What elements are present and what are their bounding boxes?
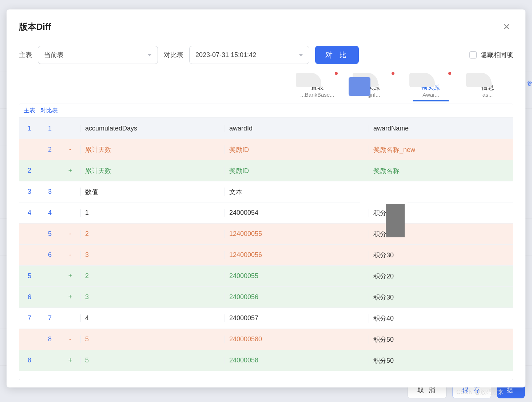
- compare-button[interactable]: 对 比: [315, 46, 359, 64]
- redaction-block: [349, 77, 370, 96]
- col-header-3: awardName: [369, 125, 513, 132]
- table-row: 2 + 累计天数 奖励ID 奖励名称: [19, 160, 513, 181]
- table-row: 6 - 3 124000056 积分30: [19, 244, 513, 265]
- header-compare-label: 对比表: [40, 107, 60, 114]
- notification-dot-icon: [335, 72, 338, 75]
- row-num-right: 3: [40, 188, 60, 196]
- table-row: 8 - 5 240000580 积分50: [19, 329, 513, 350]
- chevron-down-icon: [299, 54, 303, 56]
- version-diff-modal: 版本Diff ✕ 主表 当前表 对比表 2023-07-31 15:01:42 …: [7, 9, 525, 387]
- close-icon[interactable]: ✕: [500, 20, 513, 33]
- table-row: 7 7 4 24000057 积分40: [19, 307, 513, 329]
- diff-sign: +: [60, 357, 80, 364]
- cell-accumulated-days: 累计天数: [80, 145, 225, 154]
- cell-accumulated-days: 2: [80, 230, 225, 238]
- chevron-down-icon: [147, 54, 152, 56]
- diff-sign: -: [60, 146, 80, 153]
- row-num-left: 7: [19, 314, 40, 322]
- notification-dot-icon: [392, 72, 394, 75]
- side-peek-text: 参: [527, 80, 532, 88]
- diff-table: 主表 对比表 1 1 accumulatedDays awardId award…: [19, 104, 513, 380]
- tab-redaction: [409, 73, 435, 87]
- cell-award-id: 文本: [225, 188, 369, 196]
- cell-award-id: 24000056: [225, 293, 369, 301]
- cell-award-name: 积分30: [369, 293, 513, 302]
- row-num-left: 5: [19, 272, 40, 280]
- cell-award-name: 积分40: [369, 314, 513, 323]
- row-num-left: 2: [19, 167, 40, 174]
- row-num-right: 2: [40, 146, 60, 153]
- row-num-right: 6: [40, 251, 60, 259]
- tab-3[interactable]: 信息 as...: [469, 73, 506, 98]
- table-row: 2 - 累计天数 奖励ID 奖励名称_new: [19, 139, 513, 160]
- row-num-right: 7: [40, 314, 60, 322]
- cell-accumulated-days: 4: [80, 314, 225, 322]
- tab-2[interactable]: 领奖励 Awar...: [413, 73, 449, 98]
- cell-award-id: 24000054: [225, 209, 369, 217]
- cell-award-id: 124000055: [225, 230, 369, 238]
- cell-award-id: 124000056: [225, 251, 369, 259]
- cell-award-id: 奖励ID: [225, 166, 369, 175]
- table-row: 3 3 数值 文本 文: [19, 181, 513, 202]
- row-num-left: 6: [19, 293, 40, 301]
- main-table-select[interactable]: 当前表: [38, 46, 158, 64]
- row-num-left: 4: [19, 209, 40, 217]
- modal-header: 版本Diff ✕: [19, 20, 513, 33]
- tab-sublabel: Awar...: [422, 92, 439, 98]
- cell-award-name: 积分50: [369, 335, 513, 344]
- cell-award-name: 奖励名称_new: [369, 145, 513, 154]
- table-row: 8 + 5 24000058 积分50: [19, 350, 513, 371]
- table-header-labels: 主表 对比表: [19, 104, 513, 118]
- tab-sublabel: as...: [483, 92, 493, 98]
- diff-sign: -: [60, 251, 80, 259]
- compare-table-label: 对比表: [164, 51, 183, 59]
- compare-table-value: 2023-07-31 15:01:42: [195, 51, 256, 59]
- header-main-label: 主表: [19, 107, 40, 114]
- header-num-left: 1: [19, 125, 40, 132]
- cell-accumulated-days: 2: [80, 272, 225, 280]
- tab-sublabel: ...BankBase...: [300, 92, 334, 98]
- controls-row: 主表 当前表 对比表 2023-07-31 15:01:42 对 比 隐藏相同项: [19, 46, 513, 64]
- cell-accumulated-days: 数值: [80, 188, 225, 196]
- table-row: 6 + 3 24000056 积分30: [19, 286, 513, 307]
- col-header-2: awardId: [225, 125, 369, 132]
- row-num-left: 3: [19, 188, 40, 196]
- tab-redaction: [466, 73, 492, 87]
- notification-dot-icon: [448, 72, 451, 75]
- cell-award-id: 奖励ID: [225, 145, 369, 154]
- table-row: 5 - 2 124000055 积分20: [19, 223, 513, 244]
- cell-accumulated-days: 5: [80, 357, 225, 364]
- cell-award-id: 24000055: [225, 272, 369, 280]
- main-table-label: 主表: [19, 51, 32, 59]
- cell-award-id: 24000057: [225, 314, 369, 322]
- cell-award-name: 积分30: [369, 251, 513, 260]
- table-row: 5 + 2 24000055 积分20: [19, 265, 513, 286]
- cell-accumulated-days: 3: [80, 251, 225, 259]
- tabs-row: 置表 ...BankBase... 奖励 gnI... 领奖励 Awar... …: [19, 73, 513, 98]
- tab-0[interactable]: 置表 ...BankBase...: [299, 73, 336, 98]
- diff-sign: -: [60, 335, 80, 343]
- diff-sign: +: [60, 167, 80, 174]
- cell-accumulated-days: 5: [80, 335, 225, 343]
- tab-redaction: [296, 73, 321, 87]
- table-row: 4 4 1 24000054 积分10: [19, 202, 513, 223]
- row-num-left: 8: [19, 357, 40, 364]
- cell-accumulated-days: 1: [80, 209, 225, 217]
- row-num-right: 8: [40, 335, 60, 343]
- cell-award-name: 奖励名称: [369, 166, 513, 175]
- col-header-1: accumulatedDays: [80, 125, 225, 132]
- hide-same-checkbox[interactable]: 隐藏相同项: [469, 51, 513, 59]
- row-num-right: 5: [40, 230, 60, 238]
- row-num-right: 4: [40, 209, 60, 217]
- cell-award-id: 24000058: [225, 357, 369, 364]
- diff-sign: +: [60, 293, 80, 301]
- table-body: 2 - 累计天数 奖励ID 奖励名称_new 2 + 累计天数 奖励ID 奖励名…: [19, 139, 513, 371]
- cell-award-name: 积分50: [369, 356, 513, 365]
- modal-title: 版本Diff: [19, 21, 51, 33]
- redaction-block: [386, 204, 405, 237]
- cell-award-name: 积分20: [369, 272, 513, 281]
- cell-accumulated-days: 累计天数: [80, 166, 225, 175]
- compare-table-select[interactable]: 2023-07-31 15:01:42: [189, 46, 309, 64]
- checkbox-icon: [469, 51, 477, 59]
- diff-sign: +: [60, 272, 80, 280]
